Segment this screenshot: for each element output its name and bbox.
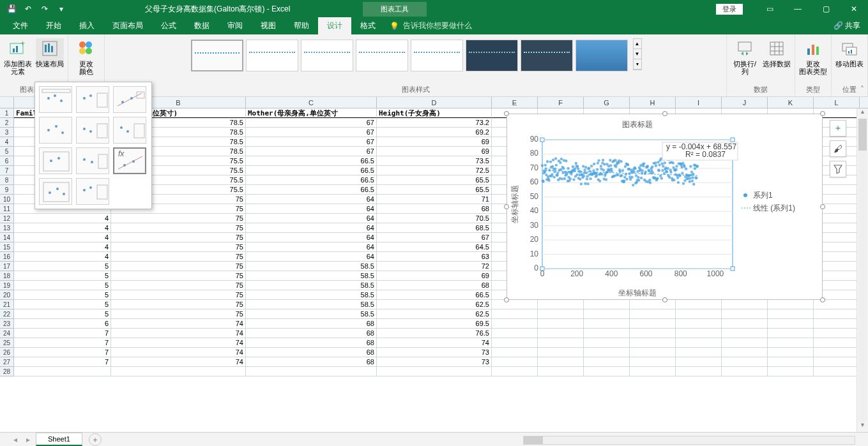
tab-format[interactable]: 格式 (351, 17, 385, 34)
svg-text:R² = 0.0837: R² = 0.0837 (685, 150, 726, 159)
col-header-C[interactable]: C (246, 97, 377, 108)
col-header-D[interactable]: D (377, 97, 492, 108)
ribbon-options-icon[interactable]: ▭ (756, 0, 784, 18)
table-row[interactable]: 277746873 (0, 357, 868, 367)
tab-design[interactable]: 设计 (318, 17, 351, 34)
scroll-down-icon[interactable]: ▼ (857, 422, 868, 432)
gallery-up-icon[interactable]: ▲ (634, 39, 641, 49)
col-header-E[interactable]: E (492, 97, 538, 108)
resize-handle[interactable] (504, 297, 509, 302)
layout-option-2[interactable] (76, 86, 109, 113)
tab-view[interactable]: 视图 (252, 17, 285, 34)
change-chart-type-button[interactable]: 更改 图表类型 (799, 38, 827, 75)
table-row[interactable]: 2257558.562.5 (0, 309, 868, 319)
scroll-up-icon[interactable]: ▲ (857, 108, 868, 119)
col-header-H[interactable]: H (630, 97, 676, 108)
col-header-I[interactable]: I (676, 97, 722, 108)
layout-option-11[interactable] (76, 178, 109, 205)
change-colors-button[interactable]: 更改 颜色 (72, 38, 100, 75)
svg-point-114 (551, 165, 554, 168)
chart-style-8[interactable] (575, 40, 628, 71)
share-button[interactable]: 🔗 共享 (834, 20, 860, 34)
tab-review[interactable]: 审阅 (218, 17, 252, 34)
resize-handle[interactable] (504, 204, 509, 209)
tab-formulas[interactable]: 公式 (152, 17, 185, 34)
tell-me[interactable]: 💡告诉我你想要做什么 (390, 20, 472, 34)
tab-home[interactable]: 开始 (37, 17, 70, 34)
gallery-more-icon[interactable]: ▾ (634, 59, 641, 70)
chart-style-6[interactable] (466, 40, 518, 71)
table-row[interactable]: 236746869.5 (0, 319, 868, 329)
redo-icon[interactable]: ↷ (38, 4, 51, 13)
layout-option-6[interactable] (113, 117, 146, 144)
sheet-next-icon[interactable]: ▸ (23, 435, 33, 444)
sheet-tab[interactable]: Sheet1 (36, 433, 82, 446)
table-row[interactable]: 257746874 (0, 338, 868, 348)
chart-style-2[interactable] (246, 40, 298, 71)
resize-handle[interactable] (662, 111, 667, 116)
resize-handle[interactable] (662, 297, 667, 302)
layout-option-8[interactable] (76, 147, 109, 174)
sheet-prev-icon[interactable]: ◂ (10, 435, 20, 444)
chart-filters-button[interactable] (830, 161, 846, 177)
layout-option-1[interactable] (39, 86, 72, 113)
table-row[interactable]: 247746876.5 (0, 329, 868, 338)
layout-option-7[interactable] (39, 147, 72, 174)
table-row[interactable]: 267746873 (0, 348, 868, 357)
chart-style-1[interactable] (191, 40, 243, 71)
scroll-thumb[interactable] (858, 119, 867, 151)
select-all-corner[interactable] (0, 97, 14, 108)
resize-handle[interactable] (504, 111, 509, 116)
layout-option-3[interactable] (113, 86, 146, 113)
switch-row-col-button[interactable]: 切换行/列 (731, 38, 759, 75)
tab-help[interactable]: 帮助 (285, 17, 318, 34)
col-header-L[interactable]: L (814, 97, 860, 108)
undo-icon[interactable]: ↶ (22, 4, 34, 13)
vertical-scrollbar[interactable]: ▲ ▼ (857, 108, 868, 432)
save-icon[interactable]: 💾 (5, 4, 18, 13)
add-sheet-button[interactable]: ＋ (89, 433, 102, 446)
chart-style-3[interactable] (301, 40, 353, 71)
table-row[interactable]: 2157558.562.5 (0, 300, 868, 309)
horizontal-scrollbar[interactable] (523, 436, 855, 445)
tab-layout[interactable]: 页面布局 (103, 17, 152, 34)
chart-style-4[interactable] (356, 40, 408, 71)
gallery-down-icon[interactable]: ▼ (634, 49, 641, 59)
select-data-button[interactable]: 选择数据 (763, 38, 791, 68)
chart-styles-button[interactable]: 🖌 (830, 140, 846, 157)
chart-style-7[interactable] (521, 40, 573, 71)
svg-point-155 (572, 178, 575, 181)
col-header-F[interactable]: F (538, 97, 584, 108)
col-header-J[interactable]: J (722, 97, 768, 108)
resize-handle[interactable] (820, 111, 825, 116)
layout-option-10[interactable] (39, 178, 72, 205)
add-chart-element-button[interactable]: + 添加图表 元素 (4, 38, 32, 75)
login-button[interactable]: 登录 (716, 4, 743, 15)
move-chart-button[interactable]: 移动图表 (835, 38, 864, 68)
resize-handle[interactable] (820, 297, 825, 302)
collapse-ribbon-icon[interactable]: ˄ (860, 85, 864, 94)
layout-option-4[interactable] (39, 117, 72, 144)
tab-data[interactable]: 数据 (185, 17, 218, 34)
col-header-G[interactable]: G (584, 97, 630, 108)
tab-insert[interactable]: 插入 (70, 17, 103, 34)
svg-point-285 (640, 177, 643, 179)
embedded-chart[interactable]: 图表标题010203040506070809002004006008001000… (506, 114, 823, 300)
col-header-K[interactable]: K (768, 97, 814, 108)
tab-file[interactable]: 文件 (4, 17, 37, 34)
quick-layout-button[interactable]: 快速布局 (36, 38, 64, 68)
layout-option-9[interactable]: fx (113, 147, 146, 174)
svg-point-178 (584, 166, 587, 168)
svg-rect-23 (848, 51, 849, 54)
chart-elements-button[interactable]: ＋ (830, 120, 846, 137)
scroll-thumb[interactable] (524, 436, 543, 444)
layout-option-5[interactable] (76, 117, 109, 144)
chart-style-5[interactable] (411, 40, 463, 71)
qat-more-icon[interactable]: ▾ (55, 4, 68, 13)
resize-handle[interactable] (820, 204, 825, 209)
svg-point-271 (633, 171, 636, 174)
minimize-icon[interactable]: — (784, 0, 812, 18)
close-icon[interactable]: ✕ (840, 0, 868, 18)
chart-canvas[interactable]: 图表标题010203040506070809002004006008001000… (507, 114, 822, 299)
maximize-icon[interactable]: ▢ (812, 0, 840, 18)
